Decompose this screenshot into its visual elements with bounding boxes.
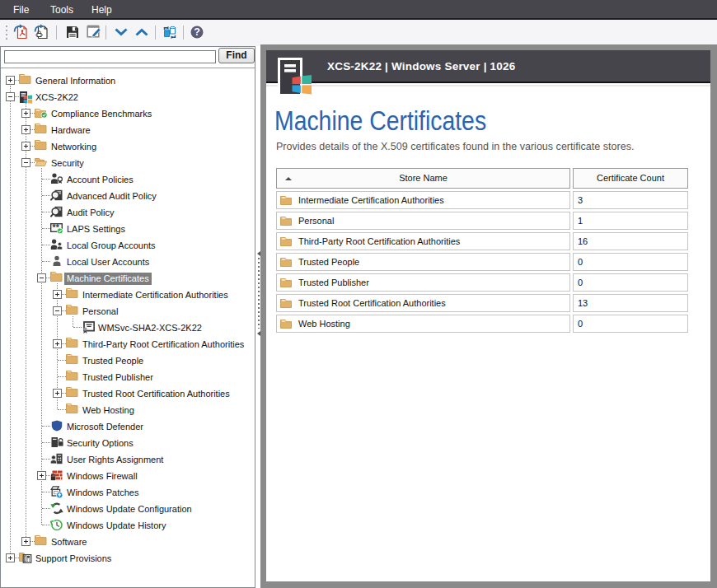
svg-text:?: ? <box>194 26 200 38</box>
